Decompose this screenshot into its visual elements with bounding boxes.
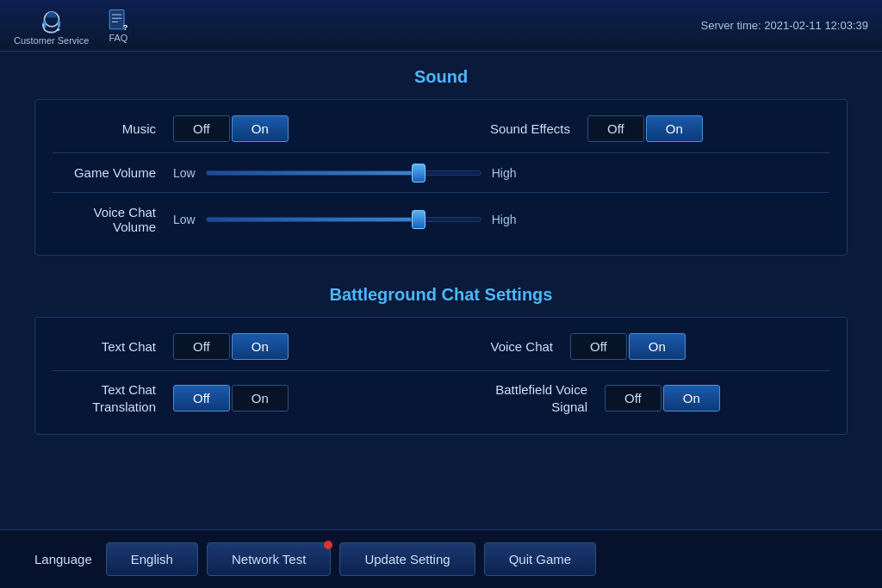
text-chat-label: Text Chat xyxy=(53,339,173,354)
voice-chat-label: Voice Chat xyxy=(450,339,570,354)
game-volume-slider-container: Low High xyxy=(173,166,829,180)
text-chat-translation-col: Text ChatTranslation Off On xyxy=(53,381,432,415)
battlefield-voice-signal-off-btn[interactable]: Off xyxy=(605,385,662,412)
main-content: Sound Music Off On Sound Effects Off On xyxy=(0,52,882,588)
battlefield-voice-signal-label: Battlefield VoiceSignal xyxy=(450,381,605,415)
faq-label: FAQ xyxy=(109,33,127,43)
svg-rect-2 xyxy=(110,9,125,28)
headset-icon xyxy=(37,6,66,35)
sound-settings: Music Off On Sound Effects Off On Game V… xyxy=(34,99,848,256)
sound-effects-off-btn[interactable]: Off xyxy=(587,115,644,142)
voice-chat-volume-label: Voice ChatVolume xyxy=(53,205,173,234)
voice-chat-volume-row: Voice ChatVolume Low High xyxy=(53,196,829,243)
voice-chat-col: Voice Chat Off On xyxy=(432,333,829,360)
music-sound-row: Music Off On Sound Effects Off On xyxy=(53,108,829,149)
game-volume-low: Low xyxy=(173,166,196,180)
text-chat-col: Text Chat Off On xyxy=(53,333,432,360)
battleground-settings: Text Chat Off On Voice Chat Off On Text … xyxy=(34,317,848,435)
game-volume-row: Game Volume Low High xyxy=(53,157,829,189)
game-volume-label: Game Volume xyxy=(53,165,173,180)
voice-chat-toggle: Off On xyxy=(570,333,686,360)
customer-service-nav[interactable]: Customer Service xyxy=(14,6,89,46)
text-chat-translation-off-btn[interactable]: Off xyxy=(173,385,230,412)
voice-chat-volume-thumb[interactable] xyxy=(412,210,425,229)
music-on-btn[interactable]: On xyxy=(232,115,289,142)
music-col: Music Off On xyxy=(53,115,432,142)
text-voice-chat-row: Text Chat Off On Voice Chat Off On xyxy=(53,326,829,367)
voice-chat-volume-low: Low xyxy=(173,213,196,226)
voice-chat-volume-track[interactable] xyxy=(206,217,481,222)
text-chat-translation-label: Text ChatTranslation xyxy=(53,381,173,415)
game-volume-thumb[interactable] xyxy=(412,164,425,183)
notification-dot xyxy=(324,541,332,549)
game-volume-fill xyxy=(207,171,413,175)
svg-text:?: ? xyxy=(123,22,128,32)
music-off-btn[interactable]: Off xyxy=(173,115,230,142)
sound-section-title: Sound xyxy=(34,52,848,99)
server-time: Server time: 2021-02-11 12:03:39 xyxy=(701,19,868,32)
text-chat-translation-toggle: Off On xyxy=(173,385,289,412)
battleground-section-title: Battleground Chat Settings xyxy=(34,269,848,317)
divider-1 xyxy=(53,152,829,153)
sound-effects-on-btn[interactable]: On xyxy=(646,115,703,142)
battlefield-voice-signal-toggle: Off On xyxy=(605,385,720,412)
top-bar: Customer Service ? FAQ Server time: 2021… xyxy=(0,0,882,52)
update-setting-button[interactable]: Update Setting xyxy=(339,542,475,576)
text-chat-on-btn[interactable]: On xyxy=(232,333,289,360)
top-nav: Customer Service ? FAQ xyxy=(14,6,130,46)
voice-chat-on-btn[interactable]: On xyxy=(629,333,686,360)
faq-nav[interactable]: ? FAQ xyxy=(106,9,130,43)
document-icon: ? xyxy=(106,9,130,33)
voice-chat-volume-fill xyxy=(207,218,413,221)
svg-point-1 xyxy=(57,28,59,30)
sound-effects-toggle: Off On xyxy=(587,115,703,142)
battlefield-voice-signal-col: Battlefield VoiceSignal Off On xyxy=(432,381,829,415)
sound-effects-col: Sound Effects Off On xyxy=(432,115,829,142)
language-label: Language xyxy=(34,552,92,566)
music-label: Music xyxy=(53,121,173,136)
bottom-bar: Language English Network Test Update Set… xyxy=(0,529,882,588)
network-test-button[interactable]: Network Test xyxy=(207,542,331,576)
game-volume-high: High xyxy=(492,166,517,180)
text-chat-toggle: Off On xyxy=(173,333,289,360)
game-volume-track[interactable] xyxy=(206,170,481,176)
divider-3 xyxy=(53,370,829,371)
customer-service-label: Customer Service xyxy=(14,35,89,46)
battlefield-voice-signal-on-btn[interactable]: On xyxy=(663,385,720,412)
text-chat-translation-on-btn[interactable]: On xyxy=(232,385,289,412)
text-chat-off-btn[interactable]: Off xyxy=(173,333,230,360)
voice-chat-volume-slider-container: Low High xyxy=(173,213,829,226)
voice-chat-off-btn[interactable]: Off xyxy=(570,333,627,360)
quit-game-button[interactable]: Quit Game xyxy=(484,542,597,576)
voice-chat-volume-high: High xyxy=(492,213,517,226)
sound-effects-label: Sound Effects xyxy=(450,121,587,136)
music-toggle: Off On xyxy=(173,115,289,142)
translation-signal-row: Text ChatTranslation Off On Battlefield … xyxy=(53,374,829,422)
divider-2 xyxy=(53,192,829,193)
language-button[interactable]: English xyxy=(106,542,198,576)
